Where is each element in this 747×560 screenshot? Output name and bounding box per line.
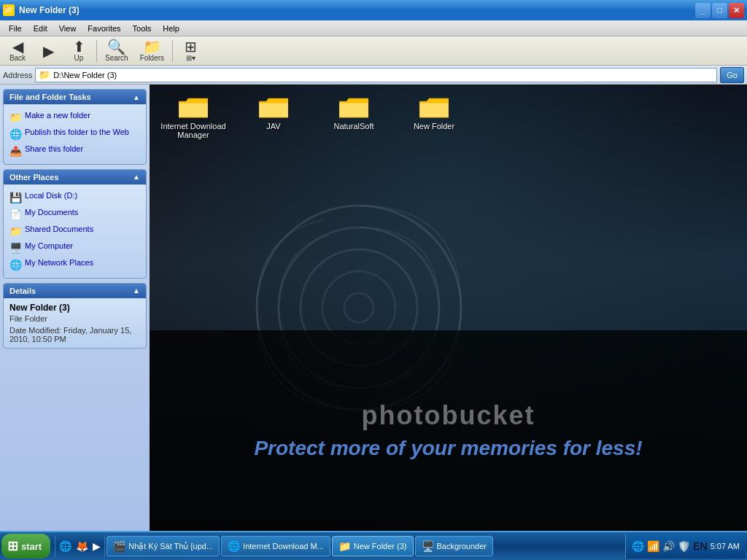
- other-places-collapse[interactable]: ▲: [133, 173, 140, 181]
- network-icon[interactable]: 📶: [647, 540, 659, 552]
- details-body: New Folder (3) File Folder Date Modified…: [4, 298, 146, 348]
- taskbar-item-0-label: Nhật Ký Sát Thủ [upd...: [128, 542, 213, 551]
- search-label: Search: [105, 54, 128, 62]
- taskbar-item-0[interactable]: 🎬 Nhật Ký Sát Thủ [upd...: [107, 536, 220, 556]
- taskbar-items: 🎬 Nhật Ký Sát Thủ [upd... 🌐 Internet Dow…: [107, 536, 625, 556]
- folder-grid: Internet Download Manager JAV NaturalSof…: [157, 92, 740, 143]
- views-icon: ⊞: [185, 39, 197, 54]
- taskbar: ⊞ start 🌐 🦊 ▶ 🎬 Nhật Ký Sát Thủ [upd... …: [0, 531, 747, 560]
- taskbar-item-2[interactable]: 📁 New Folder (3): [332, 536, 414, 556]
- taskbar-item-3-label: Backgrounder: [437, 542, 487, 551]
- folder-icon-newfolder: [419, 96, 449, 119]
- folder-item-newfolder[interactable]: New Folder: [398, 92, 471, 143]
- make-folder-label: Make a new folder: [25, 110, 90, 120]
- photobucket-overlay: photobucket Protect more of your memorie…: [150, 330, 747, 531]
- close-button[interactable]: ✕: [729, 3, 744, 18]
- my-documents-icon: 📄: [9, 208, 22, 221]
- address-bar-input[interactable]: 📁 D:\New Folder (3): [35, 68, 717, 82]
- toolbar-separator-2: [172, 40, 173, 62]
- back-label: Back: [9, 54, 26, 62]
- my-computer-link[interactable]: 🖥️ My Computer: [7, 239, 143, 256]
- folder-label-jav: JAV: [266, 122, 280, 131]
- forward-button[interactable]: ▶: [34, 38, 63, 64]
- maximize-button[interactable]: □: [712, 3, 727, 18]
- up-icon: ⬆: [73, 39, 85, 54]
- file-folder-tasks-header[interactable]: File and Folder Tasks ▲: [4, 90, 146, 104]
- details-section: Details ▲ New Folder (3) File Folder Dat…: [3, 283, 147, 349]
- folder-icon-idm: [179, 96, 208, 119]
- taskbar-item-3-icon: 🖥️: [422, 540, 434, 552]
- publish-label: Publish this folder to the Web: [25, 127, 129, 137]
- other-places-label: Other Places: [9, 173, 58, 182]
- other-places-header[interactable]: Other Places ▲: [4, 170, 146, 184]
- views-label: ⊞▾: [186, 54, 196, 62]
- menu-help[interactable]: Help: [157, 23, 185, 34]
- window-title: New Folder (3): [19, 5, 695, 15]
- folders-button[interactable]: 📁 Folders: [135, 38, 169, 64]
- search-icon: 🔍: [107, 39, 125, 54]
- details-collapse[interactable]: ▲: [133, 287, 140, 295]
- menu-edit[interactable]: Edit: [28, 23, 53, 34]
- svg-point-4: [344, 293, 374, 322]
- start-button[interactable]: ⊞ start: [1, 534, 50, 559]
- menu-tools[interactable]: Tools: [127, 23, 158, 34]
- addressbar: Address 📁 D:\New Folder (3) Go: [0, 66, 747, 85]
- taskbar-item-0-icon: 🎬: [113, 540, 125, 552]
- my-documents-label: My Documents: [25, 207, 78, 217]
- folder-content[interactable]: Internet Download Manager JAV NaturalSof…: [150, 85, 747, 531]
- go-button[interactable]: Go: [720, 67, 744, 83]
- folder-item-naturalsoft[interactable]: NaturalSoft: [317, 92, 390, 143]
- folder-label-idm: Internet Download Manager: [160, 122, 226, 139]
- security-icon[interactable]: 🛡️: [678, 540, 690, 552]
- up-label: Up: [74, 54, 84, 62]
- address-label: Address: [3, 71, 32, 79]
- window-icon: 📁: [3, 4, 15, 16]
- up-button[interactable]: ⬆ Up: [64, 38, 93, 64]
- language-icon[interactable]: 🌐: [632, 540, 644, 552]
- shared-documents-label: Shared Documents: [25, 224, 93, 234]
- sound-icon[interactable]: 🔊: [662, 540, 675, 552]
- publish-folder-link[interactable]: 🌐 Publish this folder to the Web: [7, 125, 143, 142]
- file-folder-tasks-collapse[interactable]: ▲: [133, 93, 140, 101]
- taskbar-item-1[interactable]: 🌐 Internet Download M...: [221, 536, 330, 556]
- folder-item-idm[interactable]: Internet Download Manager: [157, 92, 230, 143]
- other-places-body: 💾 Local Disk (D:) 📄 My Documents 📁 Share…: [4, 184, 146, 278]
- firefox-quicklaunch-icon[interactable]: 🦊: [76, 540, 88, 552]
- my-documents-link[interactable]: 📄 My Documents: [7, 206, 143, 222]
- folders-icon: 📁: [143, 39, 161, 54]
- titlebar: 📁 New Folder (3) _ □ ✕: [0, 0, 747, 20]
- back-button[interactable]: ◀ Back: [3, 38, 32, 64]
- taskbar-right: 🌐 📶 🔊 🛡️ EN 5:07 AM: [625, 534, 746, 559]
- media-quicklaunch-icon[interactable]: ▶: [93, 540, 101, 552]
- minimize-button[interactable]: _: [695, 3, 711, 18]
- details-folder-type: File Folder: [9, 314, 140, 323]
- window-controls: _ □ ✕: [695, 3, 744, 18]
- search-button[interactable]: 🔍 Search: [100, 38, 133, 64]
- folders-label: Folders: [140, 54, 164, 62]
- folder-label-naturalsoft: NaturalSoft: [333, 122, 374, 131]
- ie-quicklaunch-icon[interactable]: 🌐: [59, 540, 71, 552]
- shared-documents-link[interactable]: 📁 Shared Documents: [7, 222, 143, 239]
- views-button[interactable]: ⊞ ⊞▾: [176, 38, 205, 64]
- toolbar-separator-1: [96, 40, 97, 62]
- taskbar-item-3[interactable]: 🖥️ Backgrounder: [415, 536, 494, 556]
- share-icon: 📤: [9, 144, 22, 158]
- my-network-label: My Network Places: [25, 257, 93, 268]
- my-network-places-link[interactable]: 🌐 My Network Places: [7, 256, 143, 273]
- ime-icon[interactable]: EN: [693, 540, 707, 552]
- make-new-folder-link[interactable]: 📁 Make a new folder: [7, 109, 143, 125]
- menu-file[interactable]: File: [3, 23, 28, 34]
- forward-icon: ▶: [43, 44, 54, 58]
- share-folder-link[interactable]: 📤 Share this folder: [7, 142, 143, 159]
- photobucket-logo: photobucket: [362, 400, 535, 431]
- local-disk-label: Local Disk (D:): [25, 190, 77, 201]
- menu-view[interactable]: View: [53, 23, 82, 34]
- folder-item-jav[interactable]: JAV: [237, 92, 310, 143]
- my-network-icon: 🌐: [9, 258, 22, 271]
- left-panel: File and Folder Tasks ▲ 📁 Make a new fol…: [0, 85, 150, 531]
- file-folder-tasks-label: File and Folder Tasks: [9, 93, 91, 101]
- photobucket-tagline: Protect more of your memories for less!: [254, 437, 642, 460]
- local-disk-link[interactable]: 💾 Local Disk (D:): [7, 189, 143, 206]
- menu-favorites[interactable]: Favorites: [82, 23, 126, 34]
- details-header[interactable]: Details ▲: [4, 284, 146, 298]
